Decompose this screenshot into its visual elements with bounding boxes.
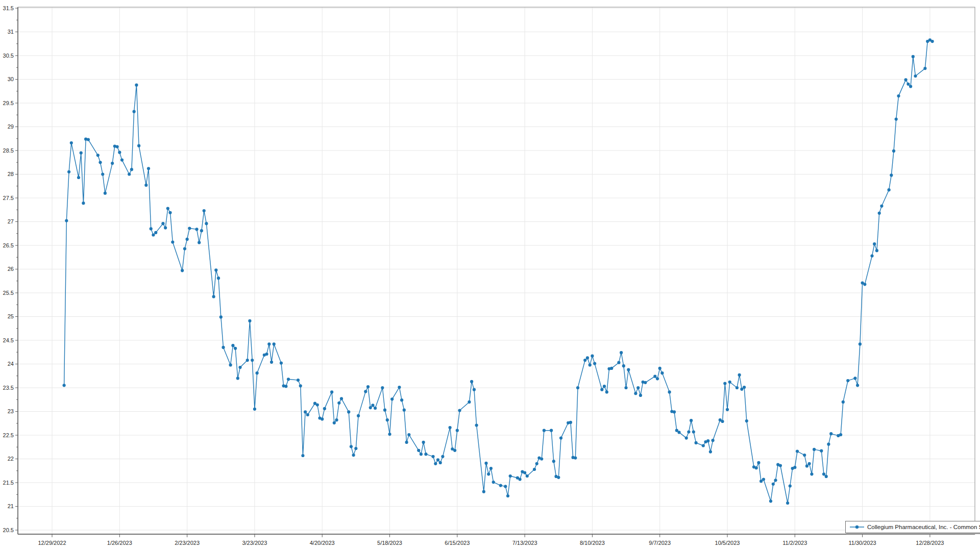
price-point bbox=[695, 441, 698, 444]
price-point bbox=[374, 407, 377, 410]
price-point bbox=[617, 361, 620, 364]
price-point bbox=[909, 85, 912, 88]
price-point bbox=[171, 240, 174, 243]
price-point bbox=[492, 481, 495, 484]
price-point bbox=[712, 439, 715, 442]
price-point bbox=[203, 209, 206, 212]
price-point bbox=[164, 227, 167, 230]
price-point bbox=[439, 461, 442, 464]
price-point bbox=[253, 408, 256, 411]
price-point bbox=[453, 449, 456, 452]
price-point bbox=[154, 231, 157, 234]
price-point bbox=[403, 409, 406, 412]
y-tick-label: 22 bbox=[8, 456, 14, 462]
price-point bbox=[205, 222, 208, 225]
price-point bbox=[236, 377, 239, 380]
price-point bbox=[369, 406, 372, 409]
price-point bbox=[487, 472, 490, 475]
price-point bbox=[195, 228, 198, 231]
price-point bbox=[67, 170, 70, 173]
y-tick-label: 31.5 bbox=[3, 5, 14, 11]
price-point bbox=[431, 455, 434, 458]
price-point bbox=[273, 342, 276, 345]
price-point bbox=[441, 455, 444, 458]
price-point bbox=[422, 441, 425, 444]
price-point bbox=[301, 454, 304, 457]
price-point bbox=[499, 484, 502, 487]
price-point bbox=[82, 202, 85, 205]
price-point bbox=[576, 386, 579, 389]
price-point bbox=[586, 356, 589, 359]
price-point bbox=[888, 188, 891, 191]
price-point bbox=[120, 159, 124, 162]
price-point bbox=[287, 378, 290, 381]
y-tick-label: 27 bbox=[8, 218, 14, 224]
x-tick-label: 9/7/2023 bbox=[649, 540, 671, 546]
price-point bbox=[280, 362, 283, 365]
price-point bbox=[470, 380, 473, 383]
price-point bbox=[627, 368, 630, 371]
price-point bbox=[65, 219, 68, 222]
price-point bbox=[878, 212, 881, 215]
price-point bbox=[728, 381, 731, 384]
price-point bbox=[248, 319, 251, 322]
price-point bbox=[316, 403, 319, 406]
price-point bbox=[550, 429, 553, 432]
y-tick-label: 28.5 bbox=[3, 147, 14, 154]
price-point bbox=[723, 382, 726, 385]
price-point bbox=[870, 254, 873, 257]
price-point bbox=[130, 168, 133, 171]
price-point bbox=[219, 315, 223, 318]
price-point bbox=[128, 172, 131, 176]
price-point bbox=[805, 464, 808, 467]
price-point bbox=[436, 458, 439, 461]
y-tick-label: 24 bbox=[8, 361, 14, 367]
price-point bbox=[337, 402, 340, 405]
price-point bbox=[827, 443, 830, 446]
price-point bbox=[321, 417, 324, 420]
price-point bbox=[366, 385, 370, 388]
price-point bbox=[330, 390, 333, 393]
price-point bbox=[774, 479, 777, 482]
price-point bbox=[685, 437, 688, 440]
price-point bbox=[769, 499, 772, 503]
price-point bbox=[198, 241, 201, 244]
price-point bbox=[388, 433, 391, 436]
price-point bbox=[622, 364, 625, 367]
x-tick-label: 2/23/2023 bbox=[175, 540, 200, 546]
price-point bbox=[80, 152, 83, 155]
price-point bbox=[658, 367, 662, 370]
price-point bbox=[475, 423, 478, 427]
price-point bbox=[687, 430, 690, 433]
price-point bbox=[265, 353, 268, 356]
price-point bbox=[853, 377, 856, 380]
price-point bbox=[77, 176, 80, 179]
price-point bbox=[593, 362, 596, 365]
price-point bbox=[634, 392, 637, 395]
price-point bbox=[256, 371, 259, 374]
y-tick-label: 25 bbox=[8, 313, 14, 319]
price-point bbox=[755, 466, 758, 469]
y-tick-label: 26 bbox=[8, 266, 14, 272]
price-point bbox=[161, 222, 164, 225]
price-point bbox=[96, 154, 100, 157]
price-point bbox=[786, 502, 789, 505]
price-point bbox=[381, 386, 384, 389]
price-point bbox=[181, 269, 184, 272]
price-point bbox=[434, 462, 437, 465]
price-point bbox=[736, 386, 739, 389]
x-tick-label: 1/26/2023 bbox=[107, 540, 132, 546]
price-point bbox=[424, 453, 427, 456]
price-point bbox=[533, 468, 536, 471]
price-point bbox=[863, 283, 866, 286]
price-point bbox=[668, 390, 671, 393]
price-point bbox=[523, 471, 526, 474]
x-tick-label: 4/20/2023 bbox=[310, 540, 335, 546]
price-point bbox=[229, 363, 232, 366]
price-point bbox=[364, 390, 367, 393]
price-point bbox=[246, 359, 249, 362]
price-point bbox=[270, 361, 273, 364]
y-tick-label: 30 bbox=[8, 76, 14, 82]
price-point bbox=[357, 414, 360, 417]
y-tick-label: 24.5 bbox=[3, 337, 14, 343]
